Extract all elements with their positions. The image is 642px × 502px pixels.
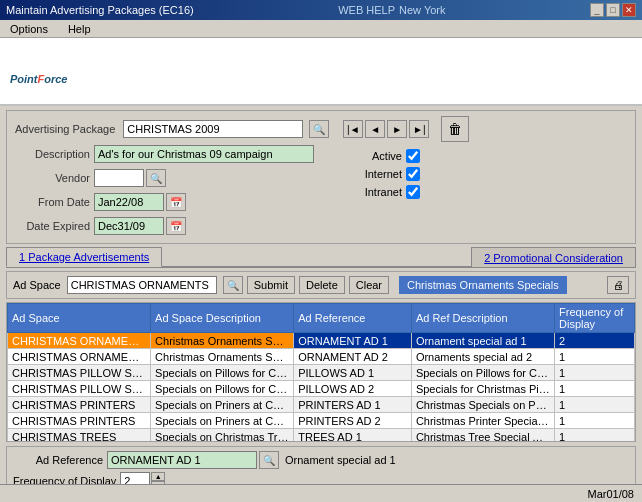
menu-options[interactable]: Options [6, 22, 52, 36]
delete-button[interactable]: Delete [299, 276, 345, 294]
active-label: Active [352, 150, 402, 162]
active-checkbox[interactable] [406, 149, 420, 163]
tab-promotional-consideration-link[interactable]: 2 Promotional Consideration [484, 252, 623, 264]
nav-next-button[interactable]: ► [387, 120, 407, 138]
menu-help[interactable]: Help [64, 22, 95, 36]
menu-bar: Options Help [0, 20, 642, 38]
web-help-link[interactable]: WEB HELP [338, 4, 395, 16]
tab-promotional-consideration[interactable]: 2 Promotional Consideration [471, 247, 636, 267]
clear-button[interactable]: Clear [349, 276, 389, 294]
intranet-row: Intranet [352, 185, 420, 199]
ad-space-label: Ad Space [13, 279, 61, 291]
location-label: New York [399, 4, 445, 16]
status-bar: Mar01/08 [0, 484, 642, 502]
ad-space-input[interactable] [67, 276, 217, 294]
nav-controls: |◄ ◄ ► ►| [343, 120, 429, 138]
table-row[interactable]: CHRISTMAS ORNAMENTSChristmas Ornaments S… [8, 349, 635, 365]
ad-reference-desc: Ornament special ad 1 [285, 454, 396, 466]
ad-reference-search-button[interactable]: 🔍 [259, 451, 279, 469]
nav-first-button[interactable]: |◄ [343, 120, 363, 138]
ad-reference-input[interactable] [107, 451, 257, 469]
status-date: Mar01/08 [588, 488, 634, 500]
ad-reference-label: Ad Reference [13, 454, 103, 466]
description-label: Description [15, 148, 90, 160]
internet-row: Internet [352, 167, 420, 181]
internet-label: Internet [352, 168, 402, 180]
col-header-freq: Frequency of Display [555, 304, 635, 333]
col-header-ad-ref: Ad Reference [294, 304, 412, 333]
table-row[interactable]: CHRISTMAS PILLOW SPEC...Specials on Pill… [8, 365, 635, 381]
print-button[interactable]: 🖨 [607, 276, 629, 294]
from-date-input[interactable] [94, 193, 164, 211]
delete-package-button[interactable]: 🗑 [441, 116, 469, 142]
logo: PointForce [10, 54, 68, 91]
col-header-ad-space-desc: Ad Space Description [151, 304, 294, 333]
intranet-label: Intranet [352, 186, 402, 198]
tab-package-advertisements-link[interactable]: 1 Package Advertisements [19, 251, 149, 263]
advertising-package-search-button[interactable]: 🔍 [309, 120, 329, 138]
from-date-label: From Date [15, 196, 90, 208]
data-table-container: Ad Space Ad Space Description Ad Referen… [6, 302, 636, 442]
nav-last-button[interactable]: ►| [409, 120, 429, 138]
close-button[interactable]: ✕ [622, 3, 636, 17]
from-date-calendar-button[interactable]: 📅 [166, 193, 186, 211]
date-expired-calendar-button[interactable]: 📅 [166, 217, 186, 235]
intranet-checkbox[interactable] [406, 185, 420, 199]
ad-space-search-button[interactable]: 🔍 [223, 276, 243, 294]
table-row[interactable]: CHRISTMAS PILLOW SPEC...Specials on Pill… [8, 381, 635, 397]
maximize-button[interactable]: □ [606, 3, 620, 17]
window-controls: _ □ ✕ [590, 3, 636, 17]
col-header-ad-ref-desc: Ad Ref Description [411, 304, 554, 333]
nav-prev-button[interactable]: ◄ [365, 120, 385, 138]
minimize-button[interactable]: _ [590, 3, 604, 17]
internet-checkbox[interactable] [406, 167, 420, 181]
vendor-label: Vendor [15, 172, 90, 184]
table-row[interactable]: CHRISTMAS TREESSpecials on Christmas Tre… [8, 429, 635, 443]
tab-package-advertisements[interactable]: 1 Package Advertisements [6, 247, 162, 267]
frequency-up-button[interactable]: ▲ [151, 472, 165, 481]
advertising-package-label: Advertising Package [15, 123, 115, 135]
advertising-package-input[interactable] [123, 120, 303, 138]
date-expired-label: Date Expired [15, 220, 90, 232]
main-content: Advertising Package 🔍 |◄ ◄ ► ►| 🗑 Descri… [0, 106, 642, 502]
header-area: PointForce [0, 38, 642, 106]
special-label: Christmas Ornaments Specials [399, 276, 567, 294]
window-title: Maintain Advertising Packages (EC16) [6, 4, 194, 16]
col-header-ad-space: Ad Space [8, 304, 151, 333]
table-row[interactable]: CHRISTMAS PRINTERSSpecials on Priners at… [8, 397, 635, 413]
vendor-search-button[interactable]: 🔍 [146, 169, 166, 187]
data-table: Ad Space Ad Space Description Ad Referen… [7, 303, 635, 442]
active-row: Active [352, 149, 420, 163]
title-bar: Maintain Advertising Packages (EC16) WEB… [0, 0, 642, 20]
table-row[interactable]: CHRISTMAS ORNAMENTSChristmas Ornaments S… [8, 333, 635, 349]
description-input[interactable] [94, 145, 314, 163]
vendor-input[interactable] [94, 169, 144, 187]
table-row[interactable]: CHRISTMAS PRINTERSSpecials on Priners at… [8, 413, 635, 429]
submit-button[interactable]: Submit [247, 276, 295, 294]
date-expired-input[interactable] [94, 217, 164, 235]
